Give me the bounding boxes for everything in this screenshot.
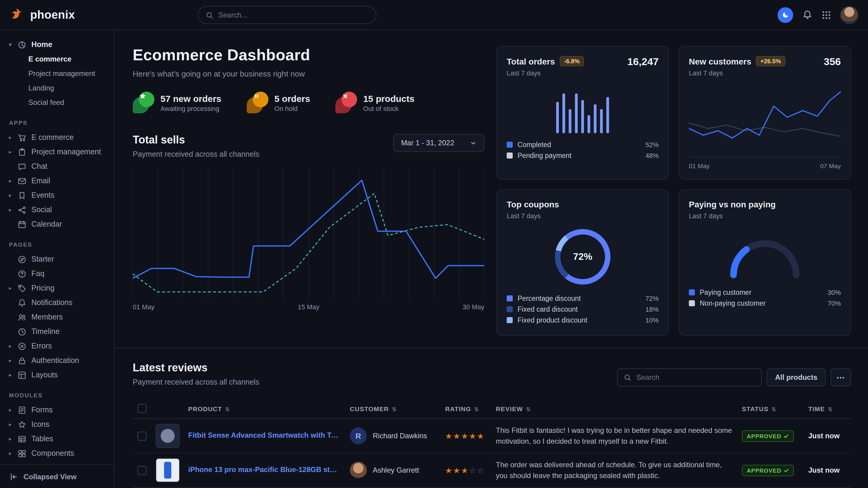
customer-cell[interactable]: RRichard Dawkins [350, 427, 435, 444]
trend-badge: -6.8% [560, 56, 584, 66]
layouts-icon [18, 370, 27, 380]
search-bar[interactable] [198, 6, 376, 24]
sidebar-item-layouts[interactable]: ▸Layouts [7, 368, 107, 382]
legend-value: 72% [645, 295, 659, 302]
total-sells-line-chart [133, 168, 484, 300]
sidebar-item-notifications[interactable]: Notifications [7, 295, 107, 310]
donut-center-label: 72% [555, 229, 611, 285]
sidebar-subitem-e-commerce[interactable]: E commerce [28, 52, 107, 66]
star-filled-icon: ★ [445, 431, 453, 441]
caret-right-icon: ▸ [7, 207, 13, 213]
col-customer[interactable]: CUSTOMER⇅ [345, 398, 440, 419]
legend-label: Completed [518, 141, 551, 148]
sidebar-item-label: Forms [31, 406, 53, 414]
row-checkbox[interactable] [137, 466, 147, 475]
sidebar-item-pricing[interactable]: ▸Pricing [7, 281, 107, 295]
components-icon [18, 449, 27, 458]
star-empty-icon: ☆ [477, 466, 485, 475]
apps-grid-button[interactable] [822, 10, 831, 20]
product-link[interactable]: iPhone 13 pro max-Pacific Blue-128GB sto… [188, 465, 339, 474]
select-all-checkbox[interactable] [137, 404, 147, 413]
cart-icon [18, 133, 27, 142]
sidebar-item-home[interactable]: ▾Home [7, 37, 107, 52]
col-status[interactable]: STATUS⇅ [737, 398, 803, 419]
product-link[interactable]: Fitbit Sense Advanced Smartwatch with To… [188, 431, 339, 439]
sidebar-item-authentication[interactable]: ▸Authentication [7, 353, 107, 368]
sidebar-item-faq[interactable]: Faq [7, 266, 107, 281]
sidebar-item-forms[interactable]: ▸Forms [7, 403, 107, 417]
sidebar-item-icons[interactable]: ▸Icons [7, 417, 107, 432]
caret-right-icon: ▸ [7, 343, 13, 349]
all-products-button[interactable]: All products [767, 368, 826, 386]
sidebar-item-tables[interactable]: ▸Tables [7, 432, 107, 446]
legend-item: Fixed card discount 18% [507, 304, 659, 315]
sidebar-item-social[interactable]: ▸Social [7, 202, 107, 217]
legend-swatch [507, 317, 513, 323]
top-navbar: phoenix [0, 0, 868, 30]
row-checkbox[interactable] [137, 431, 147, 441]
col-review[interactable]: REVIEW⇅ [491, 398, 737, 419]
sidebar-item-email[interactable]: ▸Email [7, 174, 107, 188]
sidebar-item-components[interactable]: ▸Components [7, 446, 107, 461]
review-time: Just now [808, 466, 840, 475]
sidebar-nav: ▾HomeE commerceProject managementLanding… [0, 30, 114, 464]
sidebar-item-label: Tables [31, 435, 53, 443]
theme-toggle-button[interactable] [777, 7, 793, 23]
customer-cell[interactable]: Ashley Garrett [350, 462, 435, 479]
star-filled-icon: ★ [469, 431, 477, 441]
user-avatar[interactable] [840, 6, 858, 24]
search-input[interactable] [218, 11, 369, 19]
sidebar-item-e-commerce[interactable]: ▸E commerce [7, 130, 107, 145]
sidebar-subitem-project-management[interactable]: Project management [28, 66, 107, 81]
clipboard-icon [18, 148, 27, 157]
customers-line-chart [689, 84, 841, 151]
reviews-table: PRODUCT⇅ CUSTOMER⇅ RATING⇅ REVIEW⇅ STATU… [133, 398, 851, 488]
phoenix-logo-icon [10, 7, 25, 23]
x-label-left: 01 May [689, 162, 710, 169]
notifications-button[interactable] [802, 10, 812, 20]
col-rating[interactable]: RATING⇅ [440, 398, 491, 419]
sidebar-item-members[interactable]: Members [7, 310, 107, 324]
top-coupons-card: Top coupons Last 7 days 72% Percentage d… [496, 189, 669, 336]
legend-swatch [507, 295, 513, 301]
total-sells-header: Total sells Payment received across all … [133, 134, 484, 159]
reviews-title: Latest reviews [133, 362, 259, 375]
sidebar-subitem-landing[interactable]: Landing [28, 81, 107, 95]
apps-grid-icon [822, 10, 831, 20]
card-value: 356 [824, 56, 841, 68]
sidebar-item-errors[interactable]: ▸Errors [7, 339, 107, 353]
collapsed-view-toggle[interactable]: Collapsed View [0, 464, 114, 488]
calendar-icon [18, 220, 27, 229]
sidebar-item-label: Members [31, 313, 63, 321]
sidebar-item-project-management[interactable]: ▸Project management [7, 145, 107, 159]
star-filled-icon: ★ [477, 431, 485, 441]
page-title: Ecommerce Dashboard [133, 46, 484, 65]
col-time[interactable]: TIME⇅ [803, 398, 851, 419]
dashboard-top-section: Ecommerce Dashboard Here's what's going … [133, 46, 851, 336]
sidebar-item-calendar[interactable]: Calendar [7, 217, 107, 231]
customer-name: Richard Dawkins [373, 432, 427, 440]
brand-name: phoenix [30, 8, 75, 22]
sidebar-item-chat[interactable]: Chat [7, 159, 107, 174]
sidebar-item-starter[interactable]: Starter [7, 252, 107, 266]
navbar-actions [777, 6, 858, 24]
card-period: Last 7 days [689, 69, 785, 76]
col-product[interactable]: PRODUCT⇅ [183, 398, 345, 419]
sidebar-item-timeline[interactable]: Timeline [7, 324, 107, 339]
rating-stars: ★★★☆☆ [445, 466, 485, 475]
sidebar-subitem-social-feed[interactable]: Social feed [28, 95, 107, 110]
hero-stats: 57 new orders Awaiting processing 5 orde… [133, 92, 484, 113]
card-value: 16,247 [627, 56, 659, 68]
sidebar-item-label: Chat [31, 162, 48, 171]
sidebar-item-events[interactable]: ▸Events [7, 188, 107, 202]
more-options-button[interactable]: ⋯ [831, 368, 851, 386]
app-root: phoenix ▾HomeE commerceProject managemen… [0, 0, 868, 488]
card-period: Last 7 days [507, 69, 584, 76]
sidebar-item-label: Pricing [31, 284, 54, 292]
reviews-search-input[interactable] [637, 373, 755, 382]
star-filled-icon: ★ [453, 466, 461, 475]
date-range-select[interactable]: Mar 1 - 31, 2022 [393, 134, 484, 152]
brand[interactable]: phoenix [10, 7, 75, 23]
product-image [156, 458, 180, 482]
reviews-search-bar[interactable] [617, 368, 762, 386]
